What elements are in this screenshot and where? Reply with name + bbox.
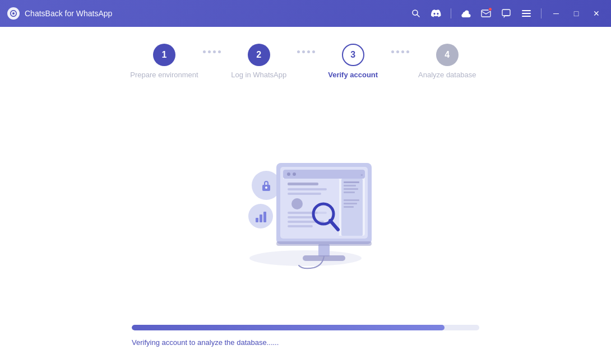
step-3-number: 3 [350, 50, 355, 60]
menu-icon[interactable] [519, 6, 534, 21]
svg-rect-12 [265, 186, 267, 189]
svg-rect-8 [522, 16, 531, 17]
cloud-icon[interactable] [458, 6, 474, 21]
svg-line-3 [417, 15, 419, 17]
svg-rect-14 [256, 218, 258, 222]
svg-point-31 [291, 198, 303, 209]
svg-rect-16 [263, 212, 266, 222]
step-2: 2 Log in WhatsApp [225, 44, 293, 79]
progress-text: Verifying account to analyze the databas… [132, 338, 279, 347]
minimize-button[interactable]: ─ [548, 6, 564, 21]
svg-point-25 [293, 172, 296, 176]
svg-rect-37 [344, 181, 359, 183]
svg-rect-33 [288, 216, 316, 218]
app-logo [7, 7, 20, 20]
illustration-area: × [216, 85, 395, 325]
discord-icon[interactable] [428, 6, 444, 21]
dot [401, 50, 404, 53]
step-1-number: 1 [162, 50, 167, 60]
progress-bar-background [132, 325, 479, 330]
svg-point-46 [317, 208, 330, 220]
svg-rect-38 [344, 185, 356, 186]
chat-icon[interactable] [498, 6, 514, 21]
svg-rect-43 [344, 206, 354, 208]
dot [396, 50, 399, 53]
svg-rect-6 [522, 10, 531, 11]
close-button[interactable]: ✕ [589, 6, 604, 21]
svg-rect-40 [344, 192, 355, 193]
step-1-circle: 1 [153, 44, 175, 66]
step-2-label: Log in WhatsApp [231, 71, 286, 79]
step-1: 1 Prepare environment [130, 44, 198, 79]
mail-icon[interactable] [478, 6, 494, 21]
step-2-circle: 2 [248, 44, 270, 66]
dot [307, 50, 310, 53]
step-3-circle: 3 [342, 44, 364, 66]
titlebar-left: ChatsBack for WhatsApp [7, 7, 112, 20]
svg-rect-48 [318, 244, 330, 256]
progress-bar-fill [132, 325, 445, 330]
search-icon[interactable] [408, 6, 424, 21]
svg-point-24 [287, 172, 290, 176]
svg-rect-49 [276, 241, 372, 246]
svg-rect-28 [288, 183, 318, 185]
svg-rect-42 [344, 203, 357, 204]
dot [406, 50, 409, 53]
step-dots-1 [198, 50, 225, 53]
titlebar-divider [451, 8, 451, 18]
svg-rect-41 [344, 199, 359, 201]
main-content: 1 Prepare environment 2 Log in WhatsApp [0, 27, 611, 364]
titlebar-divider-2 [541, 8, 541, 18]
svg-rect-39 [344, 188, 358, 190]
titlebar-right: ─ □ ✕ [408, 6, 604, 21]
titlebar: ChatsBack for WhatsApp [0, 0, 611, 27]
dot [218, 50, 221, 53]
dot [208, 50, 211, 53]
step-1-label: Prepare environment [130, 71, 198, 79]
svg-rect-35 [288, 225, 313, 227]
svg-point-1 [12, 12, 15, 15]
progress-area: Verifying account to analyze the databas… [132, 325, 479, 364]
svg-text:×: × [360, 172, 363, 178]
step-4-number: 4 [445, 50, 450, 60]
dot [312, 50, 315, 53]
svg-rect-29 [288, 188, 327, 190]
steps-bar: 1 Prepare environment 2 Log in WhatsApp [0, 27, 611, 85]
step-4-circle: 4 [436, 44, 459, 66]
app-title: ChatsBack for WhatsApp [25, 9, 112, 18]
dot [302, 50, 305, 53]
dot [213, 50, 216, 53]
step-3-label: Verify account [328, 71, 378, 79]
step-4-label: Analyze database [418, 71, 476, 79]
step-3: 3 Verify account [320, 44, 387, 79]
svg-rect-7 [522, 13, 531, 14]
svg-rect-30 [288, 193, 321, 195]
step-4: 4 Analyze database [414, 44, 481, 79]
svg-rect-15 [260, 214, 262, 222]
maximize-button[interactable]: □ [568, 6, 584, 21]
step-2-number: 2 [256, 50, 261, 60]
monitor-illustration: × [216, 127, 395, 272]
dot [203, 50, 206, 53]
step-dots-3 [387, 50, 414, 53]
dot [297, 50, 300, 53]
step-dots-2 [293, 50, 320, 53]
dot [391, 50, 394, 53]
svg-rect-5 [502, 10, 510, 16]
